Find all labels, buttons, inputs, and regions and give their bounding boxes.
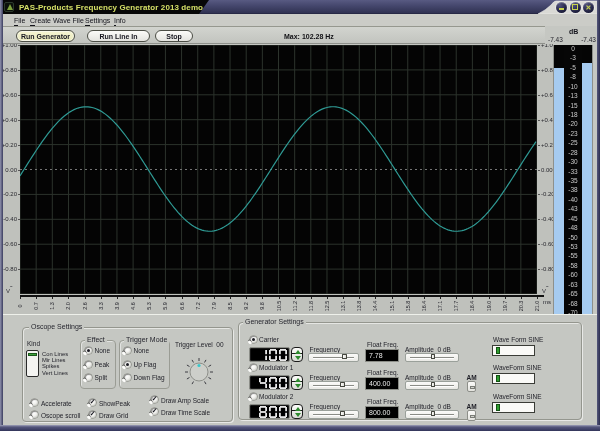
waveform-box-carrier[interactable] (492, 345, 535, 356)
spin-control-carrier[interactable] (291, 347, 303, 362)
kind-option-spikes[interactable]: Spikes (42, 363, 59, 369)
effect-radio-peak[interactable] (85, 361, 92, 368)
menu-item-create-wave-file[interactable]: Create Wave File (30, 17, 84, 24)
oscilloscope-display (20, 45, 537, 294)
slider-thumb[interactable] (340, 382, 345, 387)
kind-option-vert-lines[interactable]: Vert Lines (42, 370, 68, 376)
menu-item-file[interactable]: File (14, 17, 25, 24)
slider-thumb[interactable] (340, 411, 345, 416)
checkbox-label-draw-amp-scale: Draw Amp Scale (161, 397, 209, 404)
time-tick-mark (246, 297, 247, 299)
time-tick-label: 20.3 (515, 300, 527, 312)
led-segment (285, 350, 287, 354)
waveform-thumb[interactable] (496, 404, 500, 411)
spin-control-modulator-2[interactable] (291, 404, 303, 419)
led-display-modulator-1 (249, 375, 290, 390)
meter-bar-left (554, 45, 564, 317)
spin-down-icon (295, 413, 301, 417)
amp-tick-label: -0.40 (541, 216, 553, 222)
checkbox-draw-grid[interactable]: ✓ (89, 411, 96, 418)
checkbox-oscope-scroll[interactable] (31, 411, 38, 418)
waveform-thumb[interactable] (496, 347, 500, 354)
frequency-slider-modulator-2[interactable] (308, 410, 359, 419)
maximize-icon (572, 4, 578, 10)
led-segment (270, 387, 276, 389)
spin-down-button[interactable] (292, 354, 302, 361)
time-tick-label: 5.9 (159, 300, 171, 312)
toolbar-button-run-generator[interactable]: Run Generator (16, 30, 75, 42)
close-button[interactable]: ✕ (583, 2, 594, 13)
slider-thumb[interactable] (431, 354, 436, 359)
slider-thumb[interactable] (431, 382, 436, 387)
slider-thumb[interactable] (431, 411, 436, 416)
trigger-level-knob[interactable] (181, 353, 217, 389)
spin-control-modulator-1[interactable] (291, 375, 303, 390)
led-segment (259, 378, 261, 382)
volt-unit-icon: V˜˜ (6, 286, 12, 294)
led-segment (269, 407, 271, 411)
waveform-box-modulator-1[interactable] (492, 373, 535, 384)
waveform-box-modulator-2[interactable] (492, 402, 535, 413)
checkbox-draw-amp-scale[interactable]: ✓ (151, 396, 158, 403)
led-segment (265, 350, 267, 354)
generator-radio-modulator-1[interactable] (250, 364, 257, 371)
minimize-button[interactable] (556, 2, 567, 13)
meter-scale-label: -28 (565, 150, 581, 156)
led-segment (275, 350, 277, 354)
time-axis-line (20, 295, 544, 297)
float-freq-value-box-modulator-2: 800.00 (365, 406, 399, 419)
led-digits (258, 349, 288, 361)
meter-scale-label: -18 (565, 112, 581, 118)
time-tick-label: 3.9 (111, 300, 123, 312)
amp-tick-label: -0.60 (541, 241, 553, 247)
db-right-value: -7.43 (581, 37, 596, 44)
kind-label: Kind (27, 341, 40, 348)
led-segment (280, 416, 286, 418)
frequency-slider-carrier[interactable] (308, 353, 359, 362)
kind-selector[interactable] (26, 350, 39, 377)
am-button-modulator-1[interactable] (467, 381, 476, 392)
led-display-carrier (249, 347, 290, 362)
checkbox-label-accelerate: Accelerate (41, 400, 72, 407)
waveform-label-modulator-2: WaveForm SINE (493, 394, 542, 401)
time-tick-mark (343, 297, 344, 299)
amplitude-slider-modulator-1[interactable] (405, 381, 459, 390)
waveform-thumb[interactable] (496, 375, 500, 382)
meter-edge (592, 45, 593, 317)
menu-item-info[interactable]: Info (114, 17, 126, 24)
led-segment (280, 387, 286, 389)
amplitude-slider-carrier[interactable] (405, 353, 459, 362)
trigger-radio-none[interactable] (124, 347, 131, 354)
checkbox-showpeak[interactable]: ✓ (89, 399, 96, 406)
generator-radio-modulator-2[interactable] (250, 393, 257, 400)
kind-selector-thumb[interactable] (28, 353, 37, 356)
menu-item-settings[interactable]: Settings (85, 17, 110, 24)
spin-down-button[interactable] (292, 411, 302, 418)
kind-option-mir-lines[interactable]: Mir Lines (42, 357, 66, 363)
level-meter: 0-3-5-8-10-13-15-18-20-23-25-28-30-33-35… (553, 45, 593, 317)
toolbar-button-run-line-in[interactable]: Run Line In (87, 30, 150, 42)
led-segment (279, 378, 281, 382)
generator-radio-carrier[interactable] (250, 336, 257, 343)
checkbox-accelerate[interactable] (31, 399, 38, 406)
spin-down-button[interactable] (292, 382, 302, 389)
checkbox-draw-time-scale[interactable]: ✓ (151, 408, 158, 415)
max-frequency-readout: Max: 102.28 Hz (284, 33, 334, 40)
effect-radio-none[interactable] (85, 347, 92, 354)
maximize-button[interactable] (570, 2, 581, 13)
toolbar-button-stop[interactable]: Stop (155, 30, 193, 42)
kind-option-con-lines[interactable]: Con Lines (42, 351, 68, 357)
slider-thumb[interactable] (342, 354, 347, 359)
led-segment (270, 406, 276, 408)
time-tick-mark (52, 297, 53, 299)
trigger-radio-up-flag[interactable] (124, 361, 131, 368)
time-tick-label: 11.2 (289, 300, 301, 312)
effect-label-none: None (95, 347, 111, 354)
am-button-modulator-2[interactable] (467, 410, 476, 421)
frequency-slider-modulator-1[interactable] (308, 381, 359, 390)
time-tick-label: 15.1 (386, 300, 398, 312)
amplitude-slider-modulator-2[interactable] (405, 410, 459, 419)
led-segment (259, 407, 261, 411)
time-tick-mark (165, 297, 166, 299)
led-segment (265, 407, 267, 411)
